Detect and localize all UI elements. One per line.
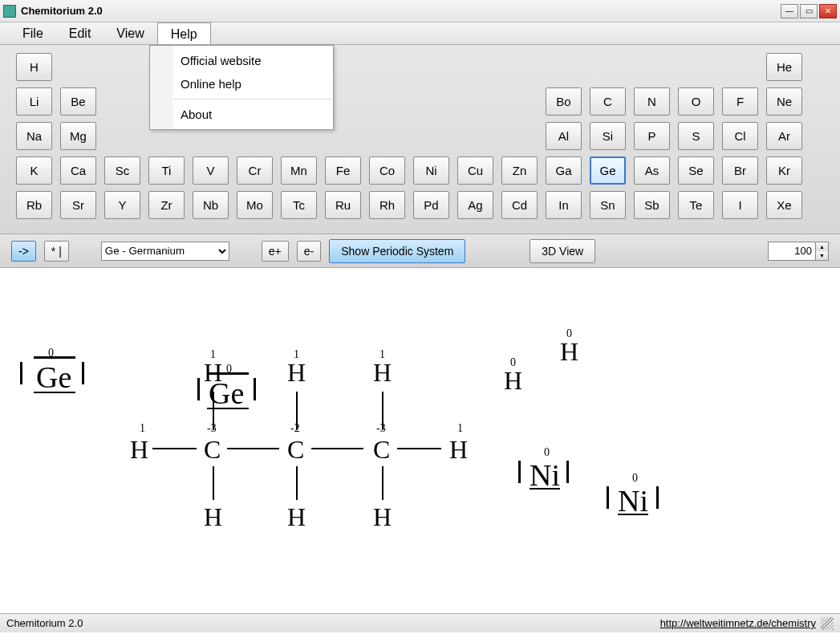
element-mn[interactable]: Mn: [281, 156, 317, 185]
element-fe[interactable]: Fe: [325, 156, 361, 185]
element-ru[interactable]: Ru: [325, 191, 361, 219]
maximize-button[interactable]: ▭: [800, 4, 818, 18]
bond[interactable]: [397, 448, 441, 449]
bond[interactable]: [311, 448, 363, 449]
element-se[interactable]: Se: [678, 156, 714, 185]
element-sc[interactable]: Sc: [104, 156, 140, 185]
eminus-button[interactable]: e-: [297, 241, 321, 262]
element-br[interactable]: Br: [722, 156, 758, 185]
zoom-spinbox[interactable]: ▲▼: [768, 242, 829, 261]
menu-edit[interactable]: Edit: [56, 22, 104, 44]
element-ti[interactable]: Ti: [148, 156, 185, 185]
element-co[interactable]: Co: [369, 156, 405, 185]
atom-ge[interactable]: Ge: [36, 360, 71, 395]
element-tc[interactable]: Tc: [281, 191, 317, 219]
element-bo[interactable]: Bo: [546, 87, 582, 116]
element-sb[interactable]: Sb: [634, 191, 670, 219]
charge-label: -3: [207, 422, 217, 435]
eplus-button[interactable]: e+: [262, 241, 289, 262]
dropdown-gutter: [150, 46, 172, 129]
element-ne[interactable]: Ne: [766, 87, 802, 116]
element-n[interactable]: N: [634, 87, 670, 116]
bond[interactable]: [152, 448, 197, 449]
atom-h[interactable]: H: [560, 337, 578, 367]
element-y[interactable]: Y: [104, 191, 140, 219]
element-mg[interactable]: Mg: [60, 122, 96, 150]
element-h[interactable]: H: [16, 53, 52, 81]
element-cr[interactable]: Cr: [237, 156, 273, 185]
element-cl[interactable]: Cl: [722, 122, 758, 150]
element-si[interactable]: Si: [590, 122, 626, 150]
minimize-button[interactable]: —: [781, 4, 798, 18]
element-mo[interactable]: Mo: [237, 191, 273, 219]
element-nb[interactable]: Nb: [193, 191, 229, 219]
element-ge[interactable]: Ge: [590, 156, 626, 185]
atom-h[interactable]: H: [449, 435, 468, 465]
bond[interactable]: [227, 448, 279, 449]
zoom-spin-buttons[interactable]: ▲▼: [816, 242, 829, 261]
element-rb[interactable]: Rb: [16, 191, 52, 219]
element-he[interactable]: He: [766, 53, 802, 81]
element-te[interactable]: Te: [678, 191, 714, 219]
atom-c[interactable]: C: [287, 435, 304, 465]
arrow-tool-button[interactable]: ->: [11, 241, 36, 262]
atom-h[interactable]: H: [373, 358, 392, 388]
element-i[interactable]: I: [722, 191, 758, 219]
atom-h[interactable]: H: [204, 358, 222, 388]
element-ni[interactable]: Ni: [413, 156, 449, 185]
menu-online-help[interactable]: Online help: [150, 72, 333, 95]
element-xe[interactable]: Xe: [766, 191, 802, 219]
element-f[interactable]: F: [722, 87, 758, 116]
status-url[interactable]: http://weltweitimnetz.de/chemistry: [660, 617, 816, 629]
close-button[interactable]: ✕: [819, 4, 837, 18]
element-select[interactable]: Ge - Germanium: [101, 242, 229, 261]
menu-official-website[interactable]: Official website: [150, 49, 333, 72]
element-cu[interactable]: Cu: [457, 156, 493, 185]
element-as[interactable]: As: [634, 156, 670, 185]
element-s[interactable]: S: [678, 122, 714, 150]
element-sr[interactable]: Sr: [60, 191, 96, 219]
element-p[interactable]: P: [634, 122, 670, 150]
element-zr[interactable]: Zr: [148, 191, 185, 219]
bond[interactable]: [296, 466, 298, 500]
resize-grip[interactable]: [821, 617, 834, 630]
element-zn[interactable]: Zn: [501, 156, 538, 185]
element-be[interactable]: Be: [60, 87, 96, 116]
menu-about[interactable]: About: [150, 103, 333, 126]
element-c[interactable]: C: [590, 87, 626, 116]
star-tool-button[interactable]: * |: [44, 241, 69, 262]
element-al[interactable]: Al: [546, 122, 582, 150]
menu-file[interactable]: File: [10, 22, 56, 44]
atom-h[interactable]: H: [504, 366, 522, 396]
element-ga[interactable]: Ga: [546, 156, 582, 185]
atom-h[interactable]: H: [287, 502, 306, 532]
menu-help[interactable]: Help: [157, 22, 211, 44]
atom-c[interactable]: C: [204, 435, 221, 465]
show-periodic-button[interactable]: Show Periodic System: [329, 239, 465, 263]
atom-h[interactable]: H: [204, 502, 222, 532]
element-k[interactable]: K: [16, 156, 52, 185]
element-cd[interactable]: Cd: [501, 191, 538, 219]
atom-h[interactable]: H: [130, 435, 148, 465]
element-ar[interactable]: Ar: [766, 122, 802, 150]
atom-h[interactable]: H: [373, 502, 392, 532]
atom-c[interactable]: C: [373, 435, 390, 465]
zoom-input[interactable]: [768, 242, 816, 261]
bond[interactable]: [213, 466, 214, 500]
molecule-canvas[interactable]: Ge0Ge0H1H1H1H1C-3C-2C-3H1HHHH0H0Ni0Ni0: [0, 268, 840, 613]
element-v[interactable]: V: [193, 156, 229, 185]
atom-h[interactable]: H: [287, 358, 306, 388]
view-3d-button[interactable]: 3D View: [530, 239, 595, 263]
element-ca[interactable]: Ca: [60, 156, 96, 185]
bond[interactable]: [382, 466, 383, 500]
element-in[interactable]: In: [546, 191, 582, 219]
element-rh[interactable]: Rh: [369, 191, 405, 219]
element-kr[interactable]: Kr: [766, 156, 802, 185]
element-ag[interactable]: Ag: [457, 191, 493, 219]
element-o[interactable]: O: [678, 87, 714, 116]
element-pd[interactable]: Pd: [413, 191, 449, 219]
element-na[interactable]: Na: [16, 122, 52, 150]
menu-view[interactable]: View: [103, 22, 156, 44]
element-sn[interactable]: Sn: [590, 191, 626, 219]
element-li[interactable]: Li: [16, 87, 52, 116]
